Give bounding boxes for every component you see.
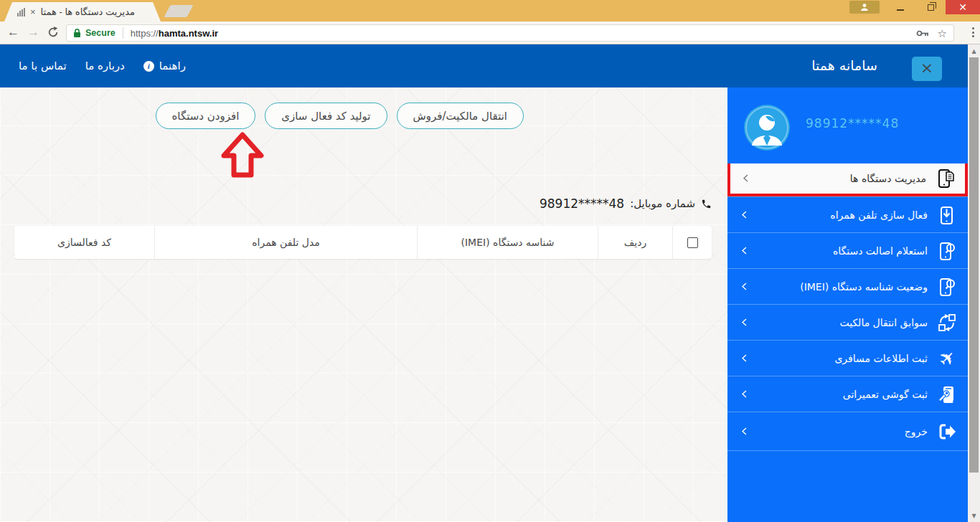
phone-search-icon <box>936 240 958 262</box>
chevron-left-icon <box>742 389 747 400</box>
site-favicon-icon <box>17 8 25 16</box>
reload-button[interactable] <box>47 27 59 42</box>
sidebar-item-label: ثبت گوشی تعمیراتی <box>843 389 928 400</box>
sidebar-item-device-management[interactable]: مدیریت دستگاه ها <box>727 163 968 196</box>
minimize-icon <box>897 9 904 11</box>
browser-menu-icon[interactable] <box>972 27 974 37</box>
column-header-imei: شناسه دستگاه (IMEI) <box>417 226 598 259</box>
transfer-ownership-button[interactable]: انتقال مالکیت/فروش <box>397 103 524 129</box>
select-all-cell <box>672 226 712 259</box>
password-key-icon[interactable] <box>916 29 929 37</box>
column-header-model: مدل تلفن همراه <box>154 226 417 259</box>
tab-close-icon[interactable]: × <box>30 7 36 16</box>
app-header: تماس با ما درباره ما راهنماi سامانه همتا… <box>0 44 968 87</box>
chevron-left-icon <box>742 426 747 437</box>
phone-repair-icon <box>936 384 958 405</box>
transfer-icon <box>936 312 958 333</box>
info-icon: i <box>143 61 154 72</box>
sidebar-item-authenticity-inquiry[interactable]: استعلام اصالت دستگاه <box>727 232 968 268</box>
secure-label: Secure <box>85 28 116 38</box>
back-button[interactable]: ← <box>7 25 19 39</box>
chevron-left-icon <box>742 245 747 257</box>
sidebar-item-label: وضعیت شناسه دستگاه (IMEI) <box>800 281 928 293</box>
sidebar-item-traveler-info[interactable]: ✈ ثبت اطلاعات مسافری <box>727 340 968 376</box>
forward-button[interactable]: → <box>27 25 39 39</box>
app-nav: تماس با ما درباره ما راهنماi <box>19 44 186 87</box>
screen: × مدیریت دستگاه ها - همتا ✕ ← → Secure h <box>0 0 980 522</box>
tab-title: مدیریت دستگاه ها - همتا <box>41 6 135 17</box>
window-close-icon: ✕ <box>958 1 967 13</box>
sidebar: 98912*****48 مدیریت دستگاه ها <box>727 87 968 522</box>
sidebar-item-ownership-history[interactable]: سوابق انتقال مالکیت <box>727 304 968 340</box>
window-controls: ✕ <box>849 0 980 14</box>
phone-download-icon <box>936 204 958 226</box>
scrollbar-thumb[interactable] <box>969 57 979 473</box>
browser-profile-icon[interactable] <box>849 1 880 14</box>
nav-contact-us[interactable]: تماس با ما <box>19 60 67 72</box>
chevron-left-icon <box>743 173 748 184</box>
sidebar-item-label: استعلام اصالت دستگاه <box>833 245 928 257</box>
sidebar-item-repair-registration[interactable]: ثبت گوشی تعمیراتی <box>727 376 968 412</box>
restore-button[interactable] <box>915 0 946 14</box>
bookmark-star-icon[interactable]: ☆ <box>938 28 947 39</box>
device-table-header: ردیف شناسه دستگاه (IMEI) مدل تلفن همراه … <box>14 226 712 259</box>
browser-toolbar: ← → Secure https://hamta.ntsw.ir ☆ <box>0 22 980 44</box>
select-all-checkbox[interactable] <box>687 237 698 248</box>
sidebar-item-label: ثبت اطلاعات مسافری <box>834 353 928 364</box>
close-icon: × <box>920 59 933 77</box>
nav-help[interactable]: راهنماi <box>143 60 186 72</box>
window-close-button[interactable]: ✕ <box>946 0 980 14</box>
phone-icon <box>701 199 712 209</box>
scroll-up-icon[interactable]: ▲ <box>968 45 980 57</box>
column-header-activation-code: کد فعالسازی <box>14 226 154 259</box>
chevron-left-icon <box>742 209 747 221</box>
url-text: https://hamta.ntsw.ir <box>131 28 218 39</box>
annotation-arrow-icon <box>221 131 264 181</box>
sidebar-item-phone-activation[interactable]: فعال سازی تلفن همراه <box>727 196 968 232</box>
mobile-number-value: 98912*****48 <box>540 196 624 211</box>
minimize-button[interactable] <box>885 0 915 14</box>
phone-search-icon <box>936 276 958 298</box>
omnibox-divider <box>123 27 123 39</box>
sidebar-item-label: سوابق انتقال مالکیت <box>839 317 928 328</box>
main-content: انتقال مالکیت/فروش تولید کد فعال سازی اف… <box>0 87 727 522</box>
page-scrollbar[interactable]: ▲ ▼ <box>968 44 980 522</box>
sidebar-menu: مدیریت دستگاه ها فعال سازی تلفن همراه <box>727 163 968 451</box>
nav-about-us[interactable]: درباره ما <box>85 60 125 72</box>
restore-icon <box>928 4 934 11</box>
user-phone-number: 98912*****48 <box>806 116 899 130</box>
airplane-icon: ✈ <box>936 348 958 369</box>
sidebar-user-block: 98912*****48 <box>727 87 968 163</box>
add-device-button[interactable]: افزودن دستگاه <box>156 103 256 129</box>
mobile-number-label: شماره موبایل: <box>630 197 695 210</box>
chevron-left-icon <box>742 353 747 364</box>
sidebar-item-label: خروج <box>905 426 928 437</box>
chevron-left-icon <box>742 281 747 293</box>
scroll-down-icon[interactable]: ▼ <box>968 510 980 521</box>
address-bar[interactable]: Secure https://hamta.ntsw.ir ☆ <box>66 24 954 42</box>
sidebar-item-label: فعال سازی تلفن همراه <box>830 209 928 221</box>
sidebar-item-imei-status[interactable]: وضعیت شناسه دستگاه (IMEI) <box>727 268 968 304</box>
sidebar-item-logout[interactable]: خروج <box>727 412 968 451</box>
sim-phone-icon <box>935 168 956 189</box>
mobile-number-line: شماره موبایل: 98912*****48 <box>540 196 712 211</box>
generate-activation-code-button[interactable]: تولید کد فعال سازی <box>265 103 387 129</box>
browser-titlebar: × مدیریت دستگاه ها - همتا ✕ <box>0 0 980 22</box>
sidebar-close-button[interactable]: × <box>912 57 942 81</box>
app-brand-title: سامانه همتا <box>811 57 877 73</box>
action-buttons: انتقال مالکیت/فروش تولید کد فعال سازی اف… <box>156 103 524 129</box>
new-tab-button[interactable] <box>164 5 193 17</box>
avatar <box>744 105 790 151</box>
browser-tab[interactable]: × مدیریت دستگاه ها - همتا <box>4 2 161 22</box>
secure-lock-icon <box>73 28 81 38</box>
column-header-row: ردیف <box>598 226 672 259</box>
sidebar-item-label: مدیریت دستگاه ها <box>850 173 926 184</box>
chevron-left-icon <box>742 317 747 328</box>
logout-icon <box>936 421 958 442</box>
